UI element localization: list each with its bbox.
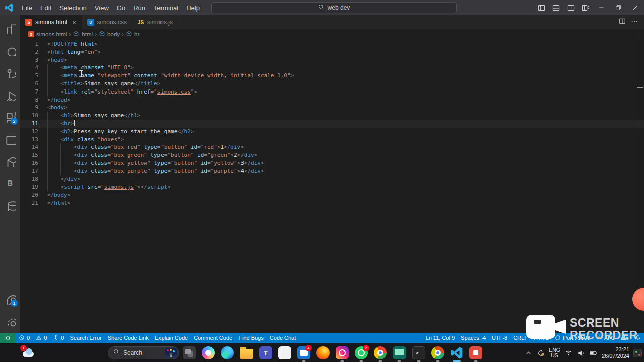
taskbar-icon-firefox[interactable] — [314, 345, 332, 361]
code-line-13[interactable]: 13 <div class="boxes"> — [20, 136, 644, 144]
code-line-12[interactable]: 12 <h2>Press any key to start the game</… — [20, 128, 644, 136]
more-actions-icon[interactable] — [631, 18, 638, 27]
breadcrumb-item-html[interactable]: html — [73, 31, 93, 38]
status-warnings[interactable]: 0 — [33, 333, 50, 343]
status-indentation[interactable]: Spaces: 4 — [458, 333, 489, 343]
taskbar-icon-vscode[interactable] — [448, 345, 466, 361]
tab-simons.css[interactable]: 3simons.css — [82, 15, 132, 29]
code-line-3[interactable]: 3<head> — [20, 56, 644, 64]
activity-remote-explorer-icon[interactable] — [0, 128, 20, 150]
tab-simons.js[interactable]: JSsimons.js — [132, 15, 178, 29]
status-errors[interactable]: 0 — [16, 333, 33, 343]
tray-volume-icon[interactable] — [577, 349, 586, 357]
activity-settings-icon[interactable] — [0, 310, 20, 332]
code-line-5[interactable]: 5 <meta name="viewport" content="width=d… — [20, 72, 644, 80]
taskbar-icon-search[interactable]: Search — [108, 346, 179, 359]
taskbar-icon-instagram[interactable] — [333, 345, 351, 361]
menu-go[interactable]: Go — [113, 2, 129, 14]
taskbar-icon-chrome-profile-2[interactable] — [429, 345, 447, 361]
code-editor[interactable]: 1<!DOCTYPE html>2<html lang="en">3<head>… — [20, 39, 644, 333]
activity-package-icon[interactable] — [0, 150, 20, 172]
code-line-8[interactable]: 8</head> — [20, 96, 644, 104]
tray-wifi-icon[interactable] — [564, 349, 573, 357]
tab-bar: 5simons.html×3simons.cssJSsimons.js — [20, 15, 644, 29]
status-comment-code[interactable]: Comment Code — [191, 333, 235, 343]
menu-edit[interactable]: Edit — [36, 2, 55, 14]
tray-chevron-icon[interactable] — [524, 350, 533, 356]
menu-view[interactable]: View — [91, 2, 113, 14]
command-center-search[interactable]: web dev — [211, 2, 457, 13]
layout-sidebar-right-icon[interactable] — [564, 0, 578, 15]
status-ports[interactable]: 0 — [50, 333, 67, 343]
tray-battery-icon[interactable] — [589, 349, 598, 357]
layout-sidebar-left-icon[interactable] — [534, 0, 549, 15]
menu-selection[interactable]: Selection — [55, 2, 90, 14]
code-line-17[interactable]: 17 <div class="box purple" type="button"… — [20, 167, 644, 175]
code-line-20[interactable]: 20</body> — [20, 191, 644, 199]
taskbar-icon-task-view[interactable] — [180, 345, 198, 361]
taskbar-icon-recorder-app[interactable] — [467, 345, 485, 361]
code-line-14[interactable]: 14 <div class="box red" type="button" id… — [20, 143, 644, 151]
activity-account-icon[interactable]: 1 — [0, 288, 20, 310]
tray-language-indicator[interactable]: ENGUS — [549, 347, 560, 358]
activity-bito-icon[interactable]: B — [0, 172, 20, 194]
status-cursor-position[interactable]: Ln 11, Col 9 — [423, 333, 458, 343]
code-line-21[interactable]: 21</html> — [20, 199, 644, 207]
menu-run[interactable]: Run — [129, 2, 149, 14]
code-line-6[interactable]: 6 <title>Simon says game</title> — [20, 80, 644, 88]
status-find-bugs[interactable]: Find Bugs — [235, 333, 267, 343]
close-icon[interactable]: × — [72, 19, 76, 26]
taskbar-icon-screen-cast-app[interactable] — [390, 345, 409, 361]
tab-simons.html[interactable]: 5simons.html× — [20, 15, 82, 29]
breadcrumb-item-simons.html[interactable]: 5simons.html — [28, 31, 67, 37]
minimize-icon[interactable] — [593, 0, 610, 15]
layout-panel-icon[interactable] — [549, 0, 564, 15]
menu-help[interactable]: Help — [182, 2, 204, 14]
code-line-9[interactable]: 9<body> — [20, 104, 644, 112]
activity-extensions-icon[interactable]: 2 — [0, 106, 20, 128]
taskbar-icon-terminal[interactable]: >_ — [410, 345, 428, 361]
status-code-chat[interactable]: Code Chat — [267, 333, 299, 343]
taskbar-icon-edge[interactable] — [218, 345, 236, 361]
code-line-1[interactable]: 1<!DOCTYPE html> — [20, 40, 644, 48]
code-line-19[interactable]: 19 <script src="simons.js"></script> — [20, 183, 644, 191]
code-line-18[interactable]: 18 </div> — [20, 175, 644, 184]
code-line-7[interactable]: 7 <link rel="stylesheet" href="simons.cs… — [20, 88, 644, 96]
activity-source-control-icon[interactable] — [0, 61, 20, 83]
restore-icon[interactable] — [610, 0, 627, 15]
activity-run-debug-icon[interactable] — [0, 83, 20, 106]
status-share-code-link[interactable]: Share Code Link — [105, 333, 152, 343]
taskbar-icon-microsoft-store[interactable] — [276, 345, 294, 361]
status-remote-indicator[interactable] — [0, 333, 16, 343]
close-icon[interactable] — [627, 0, 644, 15]
status-search-error[interactable]: Search Error — [67, 333, 104, 343]
activity-database-icon[interactable] — [0, 194, 20, 216]
tray-recorder-app-icon[interactable] — [633, 349, 642, 357]
activity-search-icon[interactable] — [0, 39, 20, 61]
taskbar-icon-widgets[interactable]: 1 — [19, 345, 37, 361]
taskbar-icon-copilot[interactable] — [199, 345, 217, 361]
taskbar-icon-mail[interactable]: 4 — [295, 345, 313, 361]
status-explain-code[interactable]: Explain Code — [152, 333, 191, 343]
taskbar-icon-file-explorer[interactable] — [237, 345, 256, 361]
split-editor-icon[interactable] — [619, 18, 626, 27]
tray-sync-icon[interactable] — [536, 349, 545, 357]
code-line-10[interactable]: 10 <h1>Simon says game</h1> — [20, 112, 644, 120]
activity-explorer-icon[interactable] — [0, 17, 20, 39]
status-encoding[interactable]: UTF-8 — [489, 333, 510, 343]
breadcrumb-item-body[interactable]: body — [99, 31, 120, 38]
code-line-2[interactable]: 2<html lang="en"> — [20, 48, 644, 56]
code-line-11[interactable]: 11 <br> — [20, 120, 644, 128]
taskbar-icon-teams[interactable]: T — [257, 345, 275, 361]
code-line-15[interactable]: 15 <div class="box green" type="button" … — [20, 151, 644, 159]
taskbar-icon-whatsapp[interactable]: 2 — [352, 345, 370, 361]
breadcrumb-item-br[interactable]: br — [126, 31, 139, 38]
tray-clock[interactable]: 23:2126/07/2024 — [602, 346, 629, 359]
menu-file[interactable]: File — [18, 2, 36, 14]
code-line-16[interactable]: 16 <div class="box yellow" type="button"… — [20, 159, 644, 167]
menu-terminal[interactable]: Terminal — [149, 2, 182, 14]
code-line-4[interactable]: 4 <meta charset="UTF-8"> — [20, 64, 644, 72]
taskbar-icon-start-button[interactable] — [89, 345, 107, 361]
layout-customize-icon[interactable] — [578, 0, 593, 15]
taskbar-icon-chrome[interactable] — [371, 345, 389, 361]
